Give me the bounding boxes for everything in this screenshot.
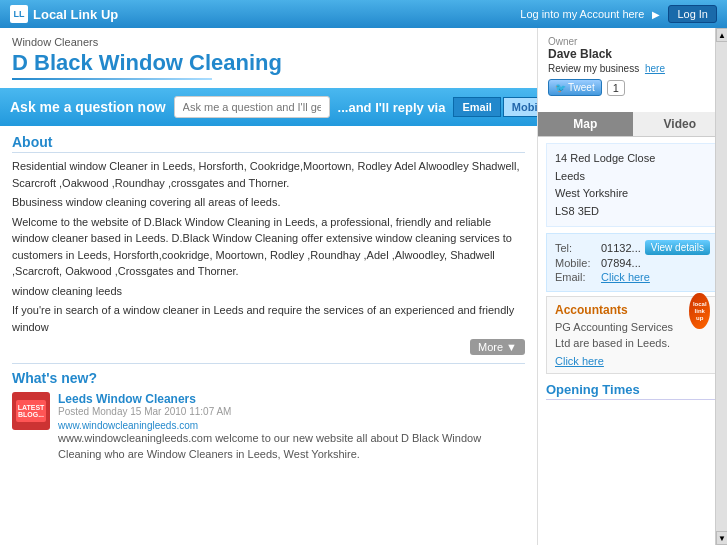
owner-box: Owner Dave Black Review my business here… (538, 28, 727, 104)
scrollbar-up[interactable]: ▲ (716, 28, 727, 42)
scrollbar[interactable]: ▲ ▼ (715, 28, 727, 545)
accountants-box: Accountants PG Accounting Services Ltd a… (546, 296, 719, 374)
blog-title[interactable]: Leeds Window Cleaners (58, 392, 525, 406)
tweet-box: 🐦 Tweet 1 (548, 79, 717, 96)
tweet-count: 1 (607, 80, 625, 96)
ask-label: Ask me a question now (10, 99, 166, 115)
more-bar: More ▼ (12, 339, 525, 355)
page-title: D Black Window Cleaning (12, 50, 525, 76)
ask-input[interactable] (174, 96, 330, 118)
blog-item: LATEST BLOG... Leeds Window Cleaners Pos… (12, 392, 525, 462)
blog-icon: LATEST BLOG... (12, 392, 50, 430)
badge-text: local link up (693, 301, 707, 323)
blog-url[interactable]: www.windowcleaningleeds.com (58, 420, 525, 431)
about-title: About (12, 134, 525, 153)
mobile-val: 07894... (601, 257, 710, 269)
whats-new-title: What's new? (12, 370, 525, 386)
map-tab[interactable]: Map (538, 112, 633, 136)
blog-date: Posted Monday 15 Mar 2010 11:07 AM (58, 406, 525, 417)
blog-icon-inner: LATEST BLOG... (16, 400, 46, 422)
topbar-logo: LL Local Link Up (10, 5, 118, 23)
breadcrumb: Window Cleaners (12, 36, 525, 48)
tweet-label: Tweet (568, 82, 595, 93)
accountants-text: PG Accounting Services Ltd are based in … (555, 320, 689, 351)
email-reply-button[interactable]: Email (453, 97, 500, 117)
main-container: Window Cleaners D Black Window Cleaning … (0, 28, 727, 545)
about-para-1: Residential window Cleaner in Leeds, Hor… (12, 158, 525, 191)
about-text: Residential window Cleaner in Leeds, Hor… (12, 158, 525, 335)
reply-buttons: Email Mobile (453, 97, 537, 117)
login-text: Log into my Account here (520, 8, 644, 20)
owner-label: Owner (548, 36, 717, 47)
login-button[interactable]: Log In (668, 5, 717, 23)
mobile-reply-button[interactable]: Mobile (503, 97, 537, 117)
about-section: About Residential window Cleaner in Leed… (12, 134, 525, 355)
reply-label: ...and I'll reply via (338, 100, 446, 115)
blog-icon-text: LATEST BLOG... (18, 404, 45, 419)
address-line-1: 14 Red Lodge Close (555, 150, 710, 168)
twitter-icon: 🐦 (555, 83, 566, 93)
content-area: About Residential window Cleaner in Leed… (0, 126, 537, 470)
accountants-link[interactable]: Click here (555, 355, 710, 367)
review-link: Review my business here (548, 63, 717, 74)
section-divider (12, 363, 525, 364)
more-button[interactable]: More ▼ (470, 339, 525, 355)
tel-label: Tel: (555, 242, 597, 254)
local-linkup-badge: local link up (689, 293, 710, 329)
left-column: Window Cleaners D Black Window Cleaning … (0, 28, 537, 545)
logo-icon: LL (10, 5, 28, 23)
mobile-label: Mobile: (555, 257, 597, 269)
blog-body: www.windowcleaningleeds.com welcome to o… (58, 431, 525, 462)
tel-row: Tel: 01132... View details (555, 240, 710, 255)
opening-times-section: Opening Times (538, 378, 727, 404)
address-line-3: West Yorkshire (555, 185, 710, 203)
contact-box: Tel: 01132... View details Mobile: 07894… (546, 233, 719, 292)
blog-content: Leeds Window Cleaners Posted Monday 15 M… (58, 392, 525, 462)
review-text: Review my business (548, 63, 639, 74)
review-here-link[interactable]: here (645, 63, 665, 74)
address-line-4: LS8 3ED (555, 203, 710, 221)
accountants-title: Accountants (555, 303, 689, 317)
address-line-2: Leeds (555, 168, 710, 186)
mobile-row: Mobile: 07894... (555, 257, 710, 269)
tweet-button[interactable]: 🐦 Tweet (548, 79, 602, 96)
view-details-button[interactable]: View details (645, 240, 710, 255)
title-underline (12, 78, 212, 80)
about-para-2: Bbusiness window cleaning covering all a… (12, 194, 525, 211)
owner-name: Dave Black (548, 47, 717, 61)
address-box: 14 Red Lodge Close Leeds West Yorkshire … (546, 143, 719, 227)
video-tab[interactable]: Video (633, 112, 728, 136)
right-column: Owner Dave Black Review my business here… (537, 28, 727, 545)
email-label: Email: (555, 271, 597, 283)
ask-bar: Ask me a question now ...and I'll reply … (0, 88, 537, 126)
play-icon: ▶ (652, 9, 660, 20)
header-section: Window Cleaners D Black Window Cleaning (0, 28, 537, 84)
topbar-logo-text: Local Link Up (33, 7, 118, 22)
email-row: Email: Click here (555, 271, 710, 283)
topbar-right: Log into my Account here ▶ Log In (520, 5, 717, 23)
topbar: LL Local Link Up Log into my Account her… (0, 0, 727, 28)
tel-val: 01132... (601, 242, 641, 254)
about-para-3: Welcome to the website of D.Black Window… (12, 214, 525, 280)
about-para-5: If you're in search of a window cleaner … (12, 302, 525, 335)
opening-times-title: Opening Times (546, 382, 719, 400)
email-link[interactable]: Click here (601, 271, 650, 283)
map-video-tabs: Map Video (538, 112, 727, 137)
scrollbar-down[interactable]: ▼ (716, 531, 727, 545)
about-para-4: window cleaning leeds (12, 283, 525, 300)
whats-new-section: What's new? LATEST BLOG... Leeds Window … (12, 370, 525, 462)
